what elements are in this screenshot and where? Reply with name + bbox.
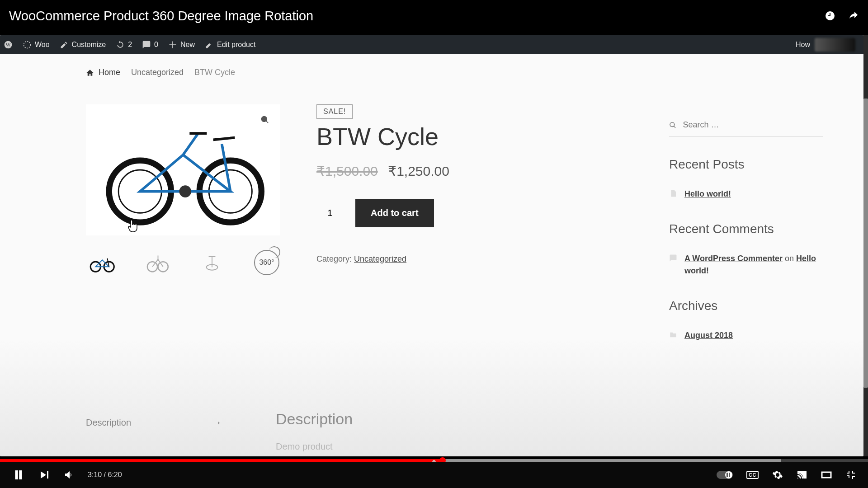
- user-avatar[interactable]: [815, 38, 855, 52]
- edit-product-link[interactable]: Edit product: [205, 40, 255, 49]
- new-price: ₹1,250.00: [388, 164, 449, 178]
- comment-icon: [669, 254, 677, 262]
- archives-title: Archives: [669, 299, 823, 313]
- document-icon: [669, 189, 677, 197]
- product-summary: SALE! BTW Cycle ₹1,500.00 ₹1,250.00 Add …: [316, 104, 570, 276]
- recent-comments-title: Recent Comments: [669, 222, 823, 236]
- watch-later-icon[interactable]: [825, 10, 835, 21]
- pause-button[interactable]: [12, 468, 25, 482]
- page-sidebar: Recent Posts Hello world! Recent Comment…: [669, 117, 823, 363]
- quantity-input[interactable]: [316, 200, 344, 227]
- bicycle-image: [93, 113, 274, 226]
- comments-count: 0: [154, 41, 158, 49]
- captions-button[interactable]: CC: [746, 471, 759, 479]
- description-heading: Description: [276, 410, 353, 428]
- svg-point-10: [147, 262, 157, 272]
- settings-button[interactable]: [772, 469, 783, 480]
- breadcrumb-category[interactable]: Uncategorized: [131, 68, 184, 77]
- updates-link[interactable]: 2: [116, 40, 132, 49]
- breadcrumb-current: BTW Cycle: [194, 68, 235, 77]
- browser-stage: W Woo Customize 2 0 New: [0, 35, 863, 456]
- customize-text: Customize: [72, 41, 106, 49]
- cast-button[interactable]: [797, 469, 807, 480]
- svg-point-2: [24, 42, 31, 48]
- add-to-cart-button[interactable]: Add to cart: [355, 199, 434, 227]
- category-label: Category:: [316, 254, 354, 263]
- page-scrollbar-track[interactable]: [863, 35, 868, 456]
- product-gallery: 360°: [86, 104, 280, 276]
- breadcrumb-home[interactable]: Home: [86, 68, 120, 77]
- chevron-right-icon: [216, 420, 222, 426]
- page-content: Home Uncategorized BTW Cycle: [0, 54, 863, 456]
- video-time: 3:10 / 6:20: [88, 471, 122, 479]
- product-thumb-360[interactable]: 360°: [253, 249, 280, 276]
- product-price: ₹1,500.00 ₹1,250.00: [316, 163, 570, 179]
- next-button[interactable]: [39, 469, 50, 480]
- old-price: ₹1,500.00: [316, 164, 378, 178]
- site-name-link[interactable]: Woo: [23, 40, 50, 49]
- fullscreen-exit-button[interactable]: [845, 469, 856, 480]
- product-main-image[interactable]: [86, 104, 280, 235]
- theater-mode-button[interactable]: [821, 469, 832, 480]
- wp-admin-bar: W Woo Customize 2 0 New: [0, 35, 863, 54]
- product-thumbnails: 360°: [86, 249, 280, 276]
- recent-post-item: Hello world!: [669, 188, 823, 200]
- comment-on-text: on: [783, 254, 796, 263]
- tab-description-label: Description: [86, 418, 131, 428]
- category-link[interactable]: Uncategorized: [354, 254, 406, 263]
- new-link[interactable]: New: [168, 40, 195, 49]
- svg-text:W: W: [5, 42, 10, 48]
- wp-logo-icon[interactable]: W: [4, 40, 13, 49]
- share-icon[interactable]: [848, 10, 859, 21]
- updates-count: 2: [128, 41, 132, 49]
- commenter-link[interactable]: A WordPress Commenter: [684, 254, 783, 263]
- recent-post-link[interactable]: Hello world!: [684, 188, 731, 200]
- video-title-bar: WooCommerce Product 360 Degree Image Rot…: [0, 0, 868, 32]
- search-icon: [669, 121, 676, 129]
- customize-link[interactable]: Customize: [60, 40, 106, 49]
- autoplay-toggle[interactable]: [717, 471, 733, 479]
- description-panel: Description Demo product: [276, 410, 353, 452]
- new-text: New: [180, 41, 195, 49]
- product-thumb-3[interactable]: [198, 249, 226, 276]
- comments-link[interactable]: 0: [142, 40, 158, 49]
- video-controls: 3:10 / 6:20 CC: [0, 462, 868, 488]
- search-input[interactable]: [683, 120, 823, 130]
- zoom-icon[interactable]: [259, 113, 271, 126]
- breadcrumb: Home Uncategorized BTW Cycle: [86, 68, 832, 77]
- howdy-text[interactable]: How: [796, 41, 810, 49]
- edit-product-text: Edit product: [217, 41, 255, 49]
- search-widget[interactable]: [669, 117, 823, 136]
- recent-posts-title: Recent Posts: [669, 157, 823, 172]
- tab-description[interactable]: Description: [86, 410, 222, 435]
- sale-badge: SALE!: [316, 104, 353, 119]
- product-title: BTW Cycle: [316, 122, 570, 150]
- svg-point-11: [158, 262, 168, 272]
- recent-comment-item: A WordPress Commenter on Hello world!: [669, 253, 823, 277]
- page-scrollbar-thumb[interactable]: [863, 99, 868, 388]
- product-thumb-2[interactable]: [143, 249, 171, 276]
- site-name-text: Woo: [35, 41, 50, 49]
- archive-link[interactable]: August 2018: [684, 329, 733, 342]
- current-time: 3:10: [88, 471, 102, 479]
- product-meta: Category: Uncategorized: [316, 254, 570, 264]
- archive-item: August 2018: [669, 329, 823, 342]
- thumb-360-label: 360°: [259, 258, 274, 267]
- description-text: Demo product: [276, 441, 353, 452]
- video-title: WooCommerce Product 360 Degree Image Rot…: [9, 9, 313, 23]
- svg-rect-13: [822, 472, 831, 478]
- product-tabs: Description: [86, 410, 222, 435]
- volume-button[interactable]: [63, 469, 74, 480]
- duration: 6:20: [108, 471, 122, 479]
- breadcrumb-home-text: Home: [99, 68, 120, 77]
- svg-point-7: [179, 185, 191, 197]
- folder-icon: [669, 331, 677, 339]
- product-thumb-1[interactable]: [88, 249, 116, 276]
